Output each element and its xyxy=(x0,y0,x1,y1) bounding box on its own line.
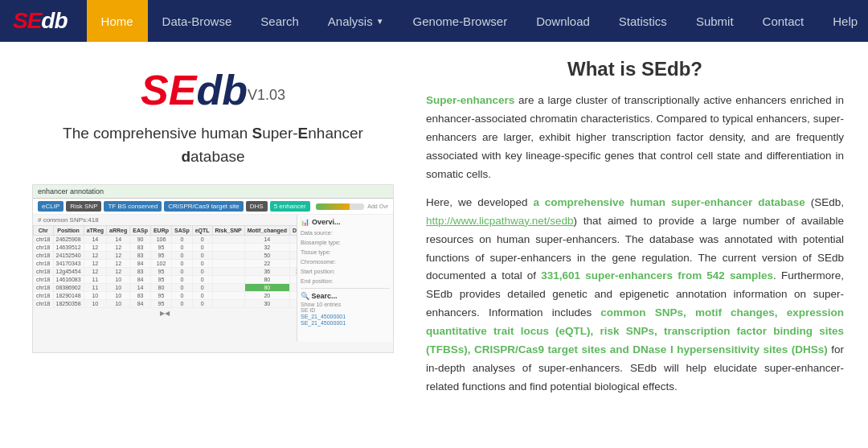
analysis-caret: ▼ xyxy=(376,17,384,26)
main-content: SEdbV1.03 The comprehensive human Super-… xyxy=(0,42,868,422)
right-panel: What is SEdb? Super-enhancers are a larg… xyxy=(410,42,868,422)
brand-db: db xyxy=(41,8,67,33)
table-row: chr1812g4545412128395003610160130160 xyxy=(34,268,297,276)
sc-chromosome-label: Chromosome: xyxy=(301,258,390,265)
sc-tissue-label: Tissue type: xyxy=(301,249,390,256)
sc-se-id: SE ID xyxy=(301,307,390,313)
sc-sidebar-title: 📊 Overvi... xyxy=(301,218,390,226)
sc-result-2: SE_21_45000001 xyxy=(301,320,390,326)
sc-col-arreg: aRReg xyxy=(107,226,130,236)
sc-end-label: End position: xyxy=(301,277,390,285)
bold-s: S xyxy=(252,125,263,142)
nav-home[interactable]: Home xyxy=(87,0,148,42)
table-row: chr182415254012128395005081160 xyxy=(34,252,297,260)
table-row: chr181825035810108495003011603160 xyxy=(34,300,297,308)
chart-icon: 📊 xyxy=(301,218,309,226)
sc-col-chr: Chr xyxy=(34,226,54,236)
sc-btn-risksnp[interactable]: Risk SNP xyxy=(66,201,101,212)
sc-btn-eclip[interactable]: eCLIP xyxy=(38,201,63,212)
logo-container: SEdbV1.03 xyxy=(32,66,394,114)
sc-progress-fill xyxy=(316,203,350,210)
sc-header: enhancer annotation xyxy=(33,185,393,199)
brand-se: SE xyxy=(13,8,41,33)
sc-progress-bar xyxy=(316,203,364,210)
site-title-se: SE xyxy=(141,67,196,113)
sc-col-dhs: DHS xyxy=(290,226,297,236)
bold-e: E xyxy=(298,125,309,142)
nav-analysis[interactable]: Analysis ▼ xyxy=(313,0,399,42)
sc-table: Chr Position aTReg aRReg EASp EURp SASp … xyxy=(33,225,297,308)
sc-btn-crispr[interactable]: CRISPR/Cas9 target site xyxy=(164,201,243,212)
sc-progress-label: Add Ovr xyxy=(367,203,388,209)
sc-toolbar: eCLIP Risk SNP TF BS conserved CRISPR/Ca… xyxy=(33,199,393,215)
sc-progress: Add Ovr xyxy=(316,201,388,212)
sc-col-motif: Motif_changed xyxy=(244,226,289,236)
site-version: V1.03 xyxy=(248,87,285,103)
nav-contact[interactable]: Contact xyxy=(748,0,819,42)
nav-search[interactable]: Search xyxy=(246,0,313,42)
sc-table-label: # common SNPs:418 xyxy=(33,215,297,225)
nav-submit[interactable]: Submit xyxy=(682,0,748,42)
nav-genome-browser[interactable]: Genome-Browser xyxy=(399,0,522,42)
left-panel: SEdbV1.03 The comprehensive human Super-… xyxy=(0,42,410,422)
sc-col-pos: Position xyxy=(53,226,84,236)
screenshot-image: enhancer annotation eCLIP Risk SNP TF BS… xyxy=(32,184,394,353)
table-row: chr181829014810108395002011605160 xyxy=(34,292,297,300)
sc-table-area: # common SNPs:418 Chr Position aTReg aRR… xyxy=(33,215,297,342)
sc-result-1: SE_21_45000001 xyxy=(301,314,390,319)
table-row: chr18083869021110148000808187 xyxy=(34,284,297,292)
number-superenhancers: 331,601 super-enhancers from 542 samples xyxy=(541,269,773,282)
nav-statistics[interactable]: Statistics xyxy=(604,0,682,42)
para-1: Super-enhancers are a large cluster of t… xyxy=(426,92,844,184)
sc-col-atreg: aTReg xyxy=(84,226,106,236)
sc-body: # common SNPs:418 Chr Position aTReg aRR… xyxy=(33,215,393,342)
super-enhancers-highlight: Super-enhancers xyxy=(426,94,514,106)
sc-col-eurp: EURp xyxy=(150,226,171,236)
site-title-db: db xyxy=(196,67,248,113)
sc-pagination: ▶◀ xyxy=(33,308,297,319)
sc-search-section: 🔍 Searc... Show 10 entries SE ID SE_21_4… xyxy=(301,288,390,326)
table-row: chr181461608311108495008081160 xyxy=(34,276,297,284)
navbar: SEdb Home Data-Browse Search Analysis ▼ … xyxy=(0,0,868,42)
bold-d: d xyxy=(181,148,190,165)
sc-col-sasp: SASp xyxy=(172,226,193,236)
table-row: chr18146395121212839500322087157 xyxy=(34,244,297,252)
sc-btn-enhancer[interactable]: 5 enhancer xyxy=(270,201,310,212)
sc-sidebar: 📊 Overvi... Data source: Biosample type:… xyxy=(297,215,393,342)
sc-show-entries: Show 10 entries xyxy=(301,302,390,307)
sc-col-risksnp: Risk_SNP xyxy=(212,226,244,236)
nav-menu: Home Data-Browse Search Analysis ▼ Genom… xyxy=(87,0,868,42)
sc-btn-tfbs[interactable]: TF BS conserved xyxy=(104,201,162,212)
tagline: The comprehensive human Super-Enhancer d… xyxy=(32,122,394,168)
sc-col-easp: EASp xyxy=(130,226,151,236)
sc-biosample-label: Biosample type: xyxy=(301,239,390,246)
table-row: chr18341703431212841020022121160185 xyxy=(34,260,297,268)
sc-data-source-label: Data source: xyxy=(301,229,390,236)
table-row: chr18246259081414901060014137180 xyxy=(34,236,297,244)
nav-data-browse[interactable]: Data-Browse xyxy=(148,0,247,42)
right-title: What is SEdb? xyxy=(426,58,844,80)
nav-help[interactable]: Help xyxy=(818,0,868,42)
comprehensive-highlight: a comprehensive human super-enhancer dat… xyxy=(533,196,805,208)
sedb-link[interactable]: http://www.licpathway.net/sedb xyxy=(426,215,574,227)
right-text: Super-enhancers are a large cluster of t… xyxy=(426,92,844,397)
nav-download[interactable]: Download xyxy=(522,0,604,42)
sc-start-label: Start position: xyxy=(301,268,390,275)
sc-search-label: 🔍 Searc... xyxy=(301,292,390,300)
features-highlight: common SNPs, motif changes, expression q… xyxy=(426,306,844,356)
sc-col-eqtl: eQTL xyxy=(192,226,212,236)
sc-btn-dhs[interactable]: DHS xyxy=(246,201,268,212)
brand-logo[interactable]: SEdb xyxy=(13,8,68,34)
para-2: Here, we developed a comprehensive human… xyxy=(426,194,844,397)
